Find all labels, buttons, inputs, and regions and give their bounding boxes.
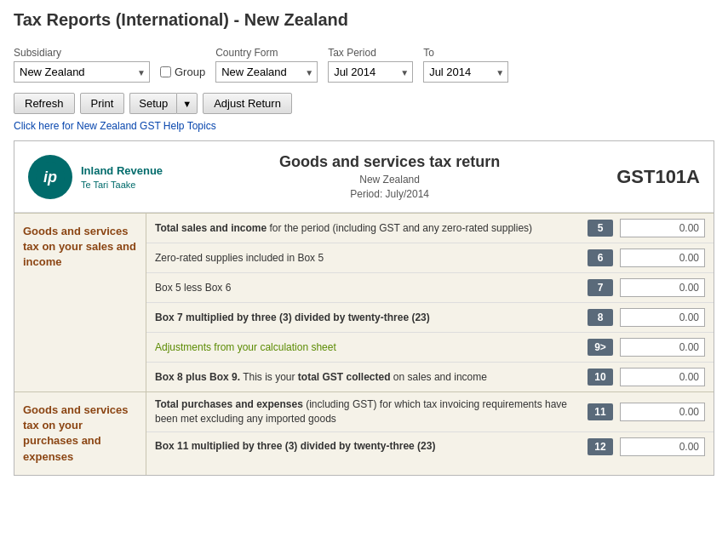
line-value[interactable]: 0.00 (620, 368, 705, 386)
group-checkbox[interactable] (160, 66, 171, 77)
country-form-select-wrap: New Zealand ▼ (215, 61, 318, 83)
line-row: Zero-rated supplies included in Box 560.… (146, 243, 714, 273)
tax-period-label: Tax Period (328, 47, 413, 59)
subsidiary-select[interactable]: New Zealand (14, 61, 150, 83)
box-number: 10 (588, 369, 613, 386)
report-title: Goods and services tax return (279, 153, 500, 171)
line-desc-0-3: Box 7 multiplied by three (3) divided by… (155, 311, 581, 325)
line-value[interactable]: 0.00 (620, 219, 705, 237)
country-form-select[interactable]: New Zealand (215, 61, 318, 83)
logo-line2: Te Tari Taake (81, 180, 163, 190)
subsidiary-select-wrap: New Zealand ▼ (14, 61, 150, 83)
inland-revenue-logo-svg: ip (35, 162, 66, 192)
line-desc-bold2: total GST collected (298, 371, 391, 383)
line-desc-rest: Box 5 less Box 6 (155, 282, 231, 294)
line-row: Box 8 plus Box 9. This is your total GST… (146, 363, 714, 391)
line-desc-rest2: on sales and income (391, 371, 487, 383)
line-row: Total sales and income for the period (i… (146, 214, 714, 243)
refresh-button[interactable]: Refresh (14, 93, 75, 114)
line-desc-0-5: Box 8 plus Box 9. This is your total GST… (155, 370, 581, 385)
page-title: Tax Reports (International) - New Zealan… (14, 10, 714, 30)
line-desc-rest: Adjustments from your calculation sheet (155, 341, 336, 353)
box-number: 9> (588, 339, 613, 356)
report-period: Period: July/2014 (279, 188, 500, 200)
line-desc-0-0: Total sales and income for the period (i… (155, 221, 581, 236)
line-desc-bold: Total purchases and expenses (155, 398, 303, 410)
section-content-1: Total purchases and expenses (including … (146, 392, 714, 475)
group-label: Group (175, 66, 205, 78)
box-number: 7 (588, 279, 613, 296)
group-checkbox-group: Group (160, 52, 205, 78)
section-row-1: Goods and services tax on your purchases… (14, 391, 714, 475)
logo-line1: Inland Revenue (81, 163, 163, 179)
line-desc-rest: Zero-rated supplies included in Box 5 (155, 252, 324, 264)
to-select[interactable]: Jul 2014 (423, 61, 508, 83)
line-row: Adjustments from your calculation sheet9… (146, 333, 714, 363)
box-number: 12 (588, 438, 613, 455)
line-value[interactable]: 0.00 (620, 437, 705, 456)
line-desc-rest: This is your (240, 371, 298, 383)
line-row: Total purchases and expenses (including … (146, 392, 714, 432)
line-value[interactable]: 0.00 (620, 338, 705, 357)
report-title-block: Goods and services tax return New Zealan… (279, 153, 500, 200)
print-button[interactable]: Print (80, 93, 125, 114)
line-row: Box 7 multiplied by three (3) divided by… (146, 303, 714, 333)
logo-circle-icon: ip (28, 155, 72, 199)
setup-dropdown-button[interactable]: ▼ (176, 93, 198, 114)
tax-period-select[interactable]: Jul 2014 (328, 61, 413, 83)
line-desc-1-0: Total purchases and expenses (including … (155, 397, 581, 426)
to-label: To (423, 47, 508, 59)
to-select-wrap: Jul 2014 ▼ (423, 61, 508, 83)
tax-period-field: Tax Period Jul 2014 ▼ (328, 47, 413, 83)
box-number: 6 (588, 249, 613, 266)
line-desc-bold: Box 8 plus Box 9. (155, 371, 240, 383)
section-label-1: Goods and services tax on your purchases… (14, 392, 146, 475)
line-desc-bold: Box 11 multiplied by three (3) divided b… (155, 440, 435, 452)
box-number: 11 (588, 403, 613, 420)
tax-period-select-wrap: Jul 2014 ▼ (328, 61, 413, 83)
line-value[interactable]: 0.00 (620, 308, 705, 327)
adjust-return-button[interactable]: Adjust Return (203, 93, 292, 114)
line-value[interactable]: 0.00 (620, 249, 705, 267)
line-desc-0-4: Adjustments from your calculation sheet (155, 340, 581, 355)
line-row: Box 5 less Box 670.00 (146, 273, 714, 303)
line-value[interactable]: 0.00 (620, 278, 705, 297)
box-number: 8 (588, 309, 613, 326)
line-desc-rest: for the period (including GST and any ze… (267, 222, 532, 234)
report-body: Goods and services tax on your sales and… (14, 213, 714, 475)
subsidiary-label: Subsidiary (14, 47, 150, 59)
setup-split-button: Setup ▼ (129, 93, 198, 114)
to-field: To Jul 2014 ▼ (423, 47, 508, 83)
line-desc-1-1: Box 11 multiplied by three (3) divided b… (155, 439, 581, 454)
logo-text-block: Inland Revenue Te Tari Taake (81, 163, 163, 189)
report-header: ip Inland Revenue Te Tari Taake Goods an… (14, 141, 714, 213)
section-row-0: Goods and services tax on your sales and… (14, 213, 714, 391)
box-number: 5 (588, 220, 613, 237)
country-form-field: Country Form New Zealand ▼ (215, 47, 318, 83)
report-container: ip Inland Revenue Te Tari Taake Goods an… (14, 140, 714, 476)
section-label-0: Goods and services tax on your sales and… (14, 214, 146, 391)
line-desc-0-1: Zero-rated supplies included in Box 5 (155, 251, 581, 266)
report-code: GST101A (616, 166, 700, 188)
line-desc-bold: Box 7 multiplied by three (3) divided by… (155, 311, 430, 323)
section-content-0: Total sales and income for the period (i… (146, 214, 714, 391)
help-link[interactable]: Click here for New Zealand GST Help Topi… (14, 120, 216, 132)
country-form-label: Country Form (215, 47, 318, 59)
line-value[interactable]: 0.00 (620, 403, 705, 421)
line-row: Box 11 multiplied by three (3) divided b… (146, 432, 714, 461)
subsidiary-field: Subsidiary New Zealand ▼ (14, 47, 150, 83)
svg-text:ip: ip (43, 169, 57, 186)
line-desc-0-2: Box 5 less Box 6 (155, 281, 581, 295)
report-country: New Zealand (279, 174, 500, 186)
setup-button[interactable]: Setup (129, 93, 176, 114)
report-logo: ip Inland Revenue Te Tari Taake (28, 155, 163, 199)
line-desc-bold: Total sales and income (155, 222, 267, 234)
